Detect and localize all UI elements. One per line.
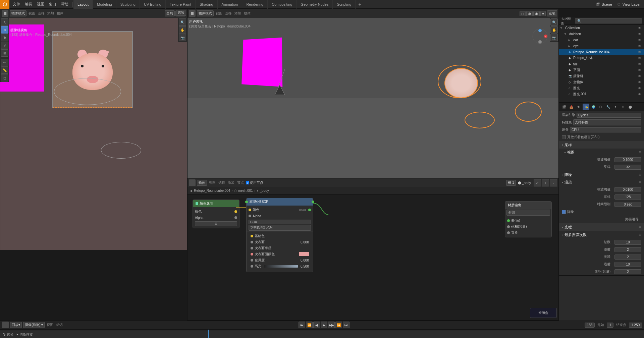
node-output-all[interactable]: 全部 bbox=[506, 210, 550, 216]
node-color-attr-alpha-socket[interactable] bbox=[234, 216, 237, 219]
tool-transform[interactable]: ⊞ bbox=[1, 49, 8, 57]
resource-box[interactable]: 资源盒 bbox=[530, 308, 557, 318]
right-viewport-add[interactable]: 添加 bbox=[234, 11, 242, 16]
menu-view[interactable]: 视图 bbox=[35, 1, 46, 7]
left-nav-camera[interactable]: 📷 bbox=[179, 34, 186, 41]
noise-threshold-value[interactable]: 0.1000 bbox=[614, 157, 641, 162]
left-viewport-mode[interactable]: 物体模式 bbox=[10, 10, 26, 16]
outliner-item-light1[interactable]: ○ 圆光 👁 bbox=[559, 85, 644, 91]
left-viewport-object[interactable]: 物体 bbox=[56, 11, 64, 16]
outliner-eye-light1[interactable]: 👁 bbox=[638, 87, 643, 90]
outliner-item-retopo[interactable]: ◆ Retopo_Roundcube.004 👁 bbox=[559, 49, 644, 55]
render-noise-value[interactable]: 0.0100 bbox=[614, 187, 641, 192]
breadcrumb-material[interactable]: _body bbox=[260, 189, 269, 192]
time-limit-value[interactable]: 0 sec bbox=[614, 202, 641, 207]
menu-file[interactable]: 文件 bbox=[11, 1, 22, 7]
render-subsection-header[interactable]: ▸ 渲染 ⚙ bbox=[559, 178, 644, 186]
tab-layout[interactable]: Layout bbox=[73, 0, 93, 9]
viewport-samples-value[interactable]: 32 bbox=[614, 165, 641, 170]
right-viewport-view[interactable]: 视图 bbox=[215, 11, 223, 16]
node-view-all[interactable]: ⤢ bbox=[534, 179, 541, 186]
outliner-eye-duichen[interactable]: 👁 bbox=[638, 32, 643, 36]
outliner-item-collection[interactable]: ▿ Collection 👁 bbox=[559, 25, 644, 31]
prev-keyframe-btn[interactable]: ⏪ bbox=[306, 322, 313, 328]
add-workspace-button[interactable]: + bbox=[356, 2, 364, 7]
max-bounces-settings[interactable]: ⚙ bbox=[639, 233, 641, 236]
node-bsdf-bsdf-out[interactable] bbox=[308, 209, 311, 211]
node-output-displacement-socket[interactable] bbox=[507, 231, 510, 234]
end-frame-display[interactable]: 1 250 bbox=[629, 323, 642, 328]
outliner-eye-tail[interactable]: 👁 bbox=[638, 62, 643, 66]
right-nav-zoom[interactable]: 🔍 bbox=[550, 18, 558, 26]
volume-bounces-value[interactable]: 2 bbox=[614, 269, 641, 274]
tab-animation[interactable]: Animation bbox=[218, 0, 243, 9]
tab-rendering[interactable]: Rendering bbox=[242, 0, 268, 9]
tool-cursor[interactable]: ↖ bbox=[1, 18, 8, 26]
tab-shading[interactable]: Shading bbox=[196, 0, 217, 9]
right-nav-pan[interactable]: ✋ bbox=[550, 26, 558, 34]
props-tab-material[interactable]: ⬤ bbox=[627, 104, 634, 110]
use-nodes-checkbox[interactable] bbox=[246, 181, 249, 184]
node-zoom-out[interactable]: - bbox=[550, 179, 557, 186]
play-btn[interactable]: ▶ bbox=[321, 322, 327, 328]
tab-geometry-nodes[interactable]: Geometry Nodes bbox=[297, 0, 333, 9]
current-frame-display[interactable]: 183 bbox=[585, 323, 595, 328]
right-viewport-object[interactable]: 物体 bbox=[243, 11, 251, 16]
tab-texture-paint[interactable]: Texture Paint bbox=[166, 0, 196, 9]
render-features-select[interactable]: 支持特性 bbox=[573, 119, 641, 125]
viewport-settings-icon[interactable]: ⚙ bbox=[639, 151, 641, 154]
node-color-attribute[interactable]: 颜色属性 颜色 Alpha ⚙ bbox=[193, 200, 239, 228]
outliner-item-tail[interactable]: ◆ tail 👁 bbox=[559, 61, 644, 67]
props-tab-world[interactable]: 🌍 bbox=[590, 104, 597, 110]
node-bsdf-subsurface-c-swatch[interactable] bbox=[299, 252, 309, 256]
outliner-item-duichen[interactable]: ▿ duichen 👁 bbox=[559, 31, 644, 37]
outliner-item-camera[interactable]: 📷 摄像机 👁 bbox=[559, 73, 644, 79]
timeline-view[interactable]: 视图 bbox=[46, 323, 54, 327]
tab-scripting[interactable]: Scripting bbox=[333, 0, 356, 9]
outliner-item-eye[interactable]: ▸ eye 👁 bbox=[559, 43, 644, 49]
node-editor-nodes[interactable]: 节点 bbox=[236, 180, 245, 185]
node-color-attr-settings-btn[interactable]: ⚙ bbox=[195, 221, 237, 226]
timeline-menu[interactable]: ☰ bbox=[2, 322, 9, 328]
right-viewport-select[interactable]: 选择 bbox=[224, 11, 232, 16]
outliner-item-retopo-pillar[interactable]: ◆ Retopo_柱体 👁 bbox=[559, 55, 644, 61]
node-bsdf-color-in[interactable] bbox=[249, 209, 251, 211]
sampling-section-header[interactable]: ▾ 采样 bbox=[559, 141, 644, 149]
right-shading-material[interactable]: ◉ bbox=[533, 11, 540, 16]
node-bsdf-alpha-in[interactable] bbox=[249, 215, 251, 217]
timeline-view-type[interactable]: 摄像(植物) ▾ bbox=[23, 322, 45, 328]
blender-logo[interactable]: ⬡ bbox=[0, 0, 9, 9]
right-shading-solid[interactable]: ◑ bbox=[526, 11, 533, 16]
max-bounces-header[interactable]: ▸ 最多反弹次数 ⚙ bbox=[559, 231, 644, 238]
props-tab-modifier[interactable]: 🔧 bbox=[605, 104, 611, 110]
node-material-select[interactable]: ⬤ _body bbox=[517, 181, 532, 185]
timeline-markers[interactable]: 标记 bbox=[55, 323, 63, 327]
left-viewport-global[interactable]: 全局 bbox=[165, 10, 175, 16]
menu-help[interactable]: 帮助 bbox=[59, 1, 70, 7]
jump-start-btn[interactable]: ⏮ bbox=[299, 322, 305, 328]
light-paths-settings[interactable]: ⚙ bbox=[639, 225, 641, 229]
left-nav-pan[interactable]: ✋ bbox=[179, 26, 186, 34]
tool-add-cube[interactable]: ◻ bbox=[1, 74, 8, 81]
timeline-playback-mode[interactable]: 回放▾ bbox=[10, 322, 22, 328]
node-bsdf-multiscatter[interactable]: 克里斯坦森-柏利 bbox=[249, 225, 311, 231]
outliner-eye-icon-collection[interactable]: 👁 bbox=[638, 26, 643, 30]
glossy-bounces-value[interactable]: 2 bbox=[614, 255, 641, 260]
right-shading-wireframe[interactable]: ◻ bbox=[520, 11, 526, 16]
tool-rotate[interactable]: ↻ bbox=[1, 34, 8, 41]
node-bsdf-subsurface-r-socket[interactable] bbox=[251, 247, 253, 249]
props-tab-scene[interactable]: 🎭 bbox=[583, 104, 589, 110]
node-bsdf-ggx[interactable]: GGX bbox=[249, 220, 311, 224]
node-editor-select[interactable]: 选择 bbox=[218, 180, 226, 185]
next-keyframe-btn[interactable]: ⏩ bbox=[335, 322, 342, 328]
jump-end-btn[interactable]: ⏭ bbox=[343, 322, 350, 328]
tool-annotate[interactable]: ✏ bbox=[1, 59, 8, 66]
node-bsdf-subsurface-socket[interactable] bbox=[251, 241, 253, 243]
node-bsdf-specular-socket[interactable] bbox=[251, 265, 253, 268]
right-viewport-menu-icon[interactable]: ☰ bbox=[189, 10, 196, 17]
right-viewport-mode[interactable]: 物体模式 bbox=[197, 10, 214, 16]
tab-modeling[interactable]: Modeling bbox=[93, 0, 116, 9]
node-bsdf-metallic-socket[interactable] bbox=[251, 259, 253, 262]
node-color-attr-color-socket[interactable] bbox=[234, 210, 237, 213]
outliner-item-ear[interactable]: ▸ ear 👁 bbox=[559, 37, 644, 43]
